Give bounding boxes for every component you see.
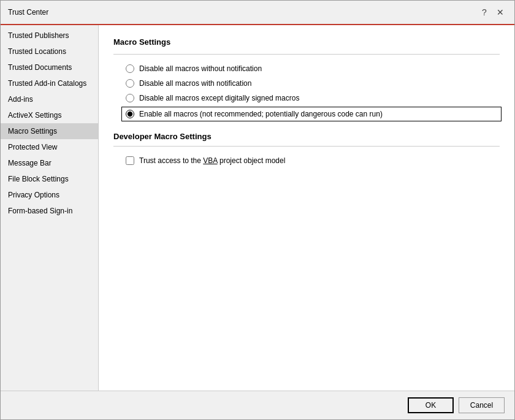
radio-option-enable-all: Enable all macros (not recommended; pote… (123, 109, 500, 120)
sidebar-item-trusted-publishers[interactable]: Trusted Publishers (1, 28, 98, 44)
dialog-title: Trust Center (8, 8, 48, 17)
radio-label-enable-all: Enable all macros (not recommended; pote… (139, 110, 383, 118)
sidebar-item-privacy-options[interactable]: Privacy Options (1, 187, 98, 203)
sidebar-item-trusted-locations[interactable]: Trusted Locations (1, 44, 98, 59)
developer-macro-settings-title: Developer Macro Settings (113, 132, 500, 141)
macro-settings-divider (113, 54, 500, 55)
radio-label-disable-no-notify: Disable all macros without notification (139, 64, 262, 73)
sidebar-item-activex-settings[interactable]: ActiveX Settings (1, 107, 98, 123)
sidebar-item-trusted-add-in-catalogs[interactable]: Trusted Add-in Catalogs (1, 75, 98, 91)
trust-vba-label: Trust access to the VBA project object m… (139, 156, 285, 165)
radio-option-disable-no-notify: Disable all macros without notification (126, 64, 500, 73)
sidebar-item-trusted-documents[interactable]: Trusted Documents (1, 59, 98, 75)
radio-option-disable-signed: Disable all macros except digitally sign… (126, 94, 500, 102)
sidebar-item-protected-view[interactable]: Protected View (1, 139, 98, 155)
title-bar: Trust Center ? ✕ (1, 1, 514, 24)
dialog-content: Trusted PublishersTrusted LocationsTrust… (1, 24, 514, 391)
radio-option-disable-notify: Disable all macros with notification (126, 79, 500, 88)
trust-center-dialog: Trust Center ? ✕ Trusted PublishersTrust… (0, 0, 515, 420)
vba-underline: VBA (203, 156, 217, 165)
main-content: Macro Settings Disable all macros withou… (99, 25, 514, 391)
radio-label-disable-signed: Disable all macros except digitally sign… (139, 94, 299, 102)
ok-button[interactable]: OK (408, 397, 454, 413)
dialog-footer: OK Cancel (1, 391, 514, 419)
sidebar: Trusted PublishersTrusted LocationsTrust… (1, 25, 99, 391)
macro-radio-group: Disable all macros without notificationD… (126, 64, 500, 120)
developer-settings-divider (113, 146, 500, 147)
close-button[interactable]: ✕ (494, 6, 507, 19)
cancel-button[interactable]: Cancel (459, 397, 505, 413)
macro-settings-title: Macro Settings (113, 37, 500, 47)
radio-enable-all[interactable] (126, 110, 134, 118)
radio-disable-notify[interactable] (126, 79, 134, 88)
radio-disable-no-notify[interactable] (126, 64, 134, 73)
title-bar-buttons: ? ✕ (478, 6, 507, 19)
radio-disable-signed[interactable] (126, 94, 134, 102)
sidebar-item-file-block-settings[interactable]: File Block Settings (1, 171, 98, 187)
trust-vba-checkbox-option: Trust access to the VBA project object m… (126, 156, 500, 165)
radio-label-disable-notify: Disable all macros with notification (139, 79, 251, 88)
sidebar-item-macro-settings[interactable]: Macro Settings (1, 123, 98, 139)
title-bar-left: Trust Center (8, 8, 48, 17)
help-button[interactable]: ? (478, 6, 491, 19)
trust-vba-checkbox[interactable] (126, 156, 134, 165)
sidebar-item-form-based-sign-in[interactable]: Form-based Sign-in (1, 203, 98, 219)
sidebar-item-message-bar[interactable]: Message Bar (1, 155, 98, 171)
sidebar-item-add-ins[interactable]: Add-ins (1, 91, 98, 107)
